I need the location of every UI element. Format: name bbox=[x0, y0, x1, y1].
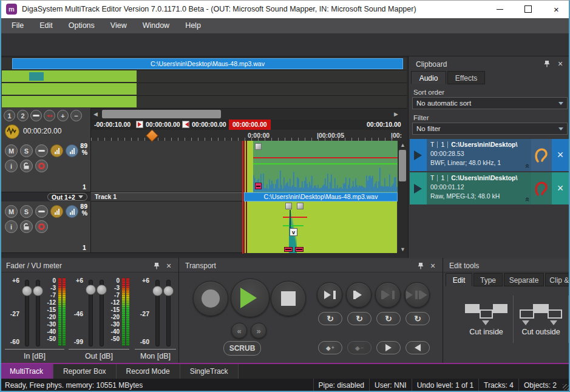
tab-reporter-box[interactable]: Reporter Box bbox=[53, 364, 117, 379]
entry-play-button[interactable] bbox=[410, 172, 427, 204]
clip-gain-line[interactable] bbox=[283, 217, 307, 218]
collapse-track-button[interactable] bbox=[35, 144, 48, 157]
sort-order-select[interactable]: No automatic sort bbox=[412, 97, 568, 109]
info-button[interactable]: i bbox=[5, 220, 18, 233]
loop-button[interactable]: ↻ bbox=[376, 312, 401, 325]
lock-button[interactable] bbox=[20, 160, 33, 172]
record-button[interactable] bbox=[193, 281, 228, 316]
clip-handle[interactable] bbox=[297, 203, 304, 209]
close-button[interactable]: × bbox=[543, 0, 570, 18]
scroll-down-icon[interactable]: ▼ bbox=[400, 244, 405, 255]
menu-options[interactable]: Options bbox=[61, 18, 103, 33]
play-around-button[interactable] bbox=[404, 282, 430, 308]
pin-icon[interactable] bbox=[416, 261, 426, 271]
scrub-button[interactable]: SCRUB bbox=[223, 341, 261, 356]
clip-level-line[interactable] bbox=[283, 225, 304, 226]
tab-edit[interactable]: Edit bbox=[446, 273, 472, 286]
clip1-body[interactable] bbox=[253, 141, 398, 192]
collapse-track-button[interactable] bbox=[35, 205, 48, 218]
meter-gold-button[interactable] bbox=[50, 144, 63, 157]
timeline-ruler[interactable]: 0:00:00 |00:00:05 |00: bbox=[91, 130, 401, 141]
clip-handle[interactable] bbox=[285, 203, 292, 209]
tab-record-mode[interactable]: Record Mode bbox=[117, 364, 180, 379]
loop-button[interactable]: ↻ bbox=[405, 312, 430, 325]
view-preset-1-button[interactable]: 1 bbox=[4, 110, 15, 121]
overview-clip-bar[interactable]: C:\Users\nin\Desktop\Maus-48.mp3.wav bbox=[12, 58, 403, 69]
meter-blue-button[interactable] bbox=[66, 205, 78, 218]
collapse-icon[interactable]: « bbox=[523, 197, 531, 201]
tab-separate[interactable]: Separate bbox=[504, 273, 544, 286]
solo-button[interactable]: S bbox=[20, 144, 33, 157]
menu-help[interactable]: Help bbox=[177, 18, 209, 33]
zoom-in-time-button[interactable]: + bbox=[57, 110, 69, 121]
scrollbar-thumb[interactable] bbox=[399, 150, 406, 181]
menu-window[interactable]: Window bbox=[135, 18, 177, 33]
entry-remove-button[interactable]: × bbox=[552, 139, 569, 171]
tab-effects[interactable]: Effects bbox=[447, 71, 485, 84]
record-arm-button[interactable] bbox=[35, 220, 48, 233]
waveform-zoom-icon[interactable] bbox=[5, 124, 19, 139]
close-panel-icon[interactable]: × bbox=[164, 261, 174, 271]
clip-handle[interactable] bbox=[255, 143, 262, 150]
mark-in-chip[interactable] bbox=[136, 121, 143, 128]
meter-blue-button[interactable] bbox=[66, 144, 78, 157]
tab-audio[interactable]: Audio bbox=[411, 71, 446, 84]
play-to-mark-button[interactable] bbox=[317, 282, 342, 308]
clipboard-entry[interactable]: T1C:\Users\nin\Desktop\ 00:00:01.12 Raw,… bbox=[410, 172, 569, 204]
clip1-title-bar[interactable]: C:\Users\nin\Desktop\Maus-48.mp3.wav bbox=[244, 192, 398, 201]
prev-marker-button[interactable] bbox=[405, 341, 430, 354]
overview-track-bar[interactable] bbox=[2, 96, 137, 107]
fader-knob[interactable] bbox=[33, 286, 43, 296]
view-preset-2-button[interactable]: 2 bbox=[17, 110, 29, 121]
clipboard-entry[interactable]: T1C:\Users\nin\Desktop\ 00:00:28.53 BWF,… bbox=[410, 139, 569, 171]
scroll-left-icon[interactable]: ◀ bbox=[93, 109, 98, 120]
loop-button[interactable]: ↻ bbox=[347, 312, 372, 325]
clip-red-handle[interactable] bbox=[295, 247, 304, 252]
fader-knob[interactable] bbox=[152, 286, 163, 296]
entry-remove-button[interactable]: × bbox=[552, 172, 569, 204]
track1-name[interactable]: Track 1 bbox=[95, 193, 117, 200]
scroll-right-icon[interactable]: ▶ bbox=[394, 109, 398, 120]
play-between-marks-button[interactable] bbox=[375, 282, 401, 308]
filter-select[interactable]: No filter bbox=[412, 123, 568, 135]
maximize-button[interactable] bbox=[514, 0, 542, 18]
info-button[interactable]: i bbox=[5, 160, 18, 172]
clip1-fade-strip[interactable] bbox=[243, 141, 253, 192]
menu-view[interactable]: View bbox=[103, 18, 135, 33]
meter-gold-button[interactable] bbox=[50, 205, 63, 218]
vertical-scrollbar[interactable]: ▲ ▼ bbox=[398, 141, 407, 254]
fader-knob[interactable] bbox=[22, 286, 32, 296]
lock-button[interactable] bbox=[20, 220, 33, 233]
entry-listen-button[interactable] bbox=[531, 139, 552, 171]
output-selector[interactable]: Out 1+2 bbox=[47, 193, 87, 201]
scroll-up-icon[interactable]: ▲ bbox=[400, 140, 405, 150]
record-arm-button[interactable] bbox=[35, 160, 48, 172]
mark-out-chip[interactable] bbox=[182, 121, 189, 128]
next-marker-button[interactable] bbox=[376, 341, 401, 354]
entry-play-button[interactable] bbox=[410, 139, 427, 171]
pin-icon[interactable] bbox=[152, 261, 161, 271]
zoom-out-time-button[interactable]: − bbox=[70, 110, 82, 121]
tab-clip-in[interactable]: Clip & In bbox=[545, 273, 570, 286]
tab-multitrack[interactable]: MultiTrack bbox=[0, 364, 53, 379]
zoom-to-selection-button[interactable]: ◄► bbox=[44, 110, 55, 121]
tab-singletrack[interactable]: SingleTrack bbox=[180, 364, 239, 379]
forward-button[interactable]: » bbox=[251, 323, 266, 339]
menu-edit[interactable]: Edit bbox=[32, 18, 61, 33]
fader-knob[interactable] bbox=[86, 285, 96, 295]
overview-track-bar[interactable] bbox=[2, 70, 137, 82]
close-panel-icon[interactable]: × bbox=[428, 261, 438, 271]
pin-icon[interactable] bbox=[542, 59, 552, 69]
remove-marker-button[interactable]: ◆− bbox=[347, 341, 372, 354]
loop-button[interactable]: ↻ bbox=[318, 312, 342, 325]
stop-button[interactable] bbox=[271, 281, 306, 316]
rewind-button[interactable]: « bbox=[231, 323, 247, 339]
close-panel-icon[interactable]: × bbox=[555, 59, 565, 69]
clip-red-handle[interactable] bbox=[284, 247, 293, 252]
scrollbar-thumb[interactable] bbox=[102, 110, 221, 118]
play-from-mark-button[interactable] bbox=[346, 282, 372, 308]
minimize-button[interactable] bbox=[486, 0, 514, 18]
overview-selection-block[interactable] bbox=[29, 72, 44, 81]
mute-button[interactable]: M bbox=[5, 144, 18, 157]
solo-button[interactable]: S bbox=[20, 205, 33, 218]
